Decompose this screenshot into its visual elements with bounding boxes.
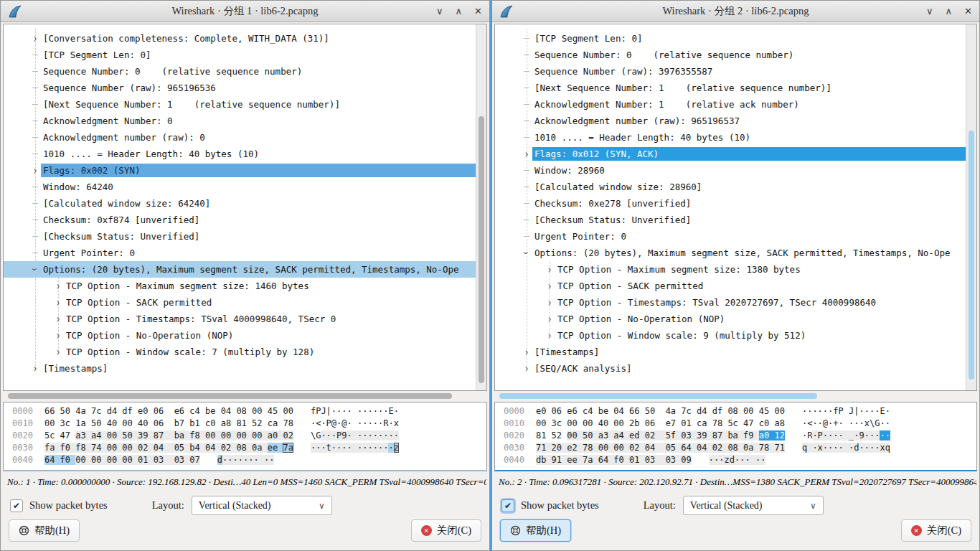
hex-byte[interactable]: 78: [283, 418, 293, 428]
ascii-group-gap[interactable]: [844, 443, 849, 453]
window-close-icon[interactable]: ✕: [474, 6, 482, 16]
help-button[interactable]: 帮助(H): [9, 519, 80, 542]
layout-select[interactable]: Vertical (Stacked) ∨: [683, 496, 824, 515]
hex-byte[interactable]: 00: [613, 418, 629, 428]
ascii-char[interactable]: ·: [326, 430, 331, 441]
hex-byte[interactable]: 00: [613, 443, 629, 453]
hex-byte[interactable]: e6: [567, 406, 583, 416]
ascii-char[interactable]: ·: [839, 430, 844, 441]
packet-bytes-pane[interactable]: 0000e0 06 e6 c4 be 04 66 50 4a 7c d4 df …: [494, 402, 977, 471]
ascii-group-gap[interactable]: [352, 406, 357, 416]
hex-byte[interactable]: 52: [552, 430, 567, 441]
hex-byte[interactable]: 00: [91, 455, 107, 465]
tree-row[interactable]: ›Flags: 0x002 (SYN): [4, 162, 476, 179]
titlebar[interactable]: Wireshark · 分组 2 · lib6-2.pcapng ∨ ∧ ✕: [492, 1, 979, 22]
maximize-icon[interactable]: ∧: [946, 6, 953, 16]
tree-row[interactable]: [Checksum Status: Unverified]: [4, 228, 476, 245]
tree-row[interactable]: ›Options: (20 bytes), Maximum segment si…: [4, 261, 476, 278]
hex-byte[interactable]: 64: [598, 455, 614, 465]
ascii-char[interactable]: ·: [321, 430, 326, 441]
hex-byte[interactable]: e0: [536, 406, 552, 416]
tree-row[interactable]: ›TCP Option - Timestamps: TSval 40009986…: [4, 311, 476, 327]
ascii-char[interactable]: t: [326, 443, 331, 453]
hex-byte[interactable]: 06: [154, 418, 169, 428]
help-button[interactable]: 帮助(H): [500, 519, 571, 542]
hex-byte[interactable]: 71: [536, 443, 552, 453]
hex-byte[interactable]: b7: [174, 418, 190, 428]
hex-byte[interactable]: 04: [154, 443, 169, 453]
hex-byte[interactable]: f9: [743, 430, 759, 441]
tree-row[interactable]: [TCP Segment Len: 0]: [4, 47, 476, 63]
ascii-char[interactable]: ·: [367, 443, 372, 453]
ascii-group-gap[interactable]: [844, 430, 849, 441]
tree-row[interactable]: [Next Sequence Number: 1 (relative seque…: [495, 80, 966, 96]
hex-byte[interactable]: 74: [91, 443, 107, 453]
show-packet-bytes-checkbox[interactable]: ✔: [10, 499, 23, 512]
tree-row[interactable]: [TCP Segment Len: 0]: [495, 30, 966, 47]
ascii-char[interactable]: ·: [331, 443, 336, 453]
hex-byte[interactable]: fa: [44, 443, 60, 453]
hex-byte[interactable]: 03: [666, 455, 682, 465]
hex-byte[interactable]: e0: [138, 406, 154, 416]
layout-select[interactable]: Vertical (Stacked) ∨: [192, 496, 332, 515]
horizontal-scrollbar[interactable]: [495, 392, 976, 400]
hex-byte[interactable]: a3: [75, 430, 91, 441]
ascii-char[interactable]: +: [833, 418, 838, 428]
ascii-char[interactable]: ·: [232, 455, 237, 465]
hex-byte[interactable]: 06: [154, 406, 169, 416]
ascii-char[interactable]: d: [730, 455, 735, 465]
tree-row[interactable]: Urgent Pointer: 0: [495, 228, 966, 245]
hex-byte[interactable]: 00: [536, 418, 552, 428]
hex-byte[interactable]: 08: [727, 443, 743, 453]
ascii-char[interactable]: ·: [388, 418, 393, 428]
ascii-char[interactable]: ·: [839, 418, 844, 428]
ascii-char[interactable]: ·: [864, 406, 870, 416]
hex-group-gap[interactable]: [660, 430, 665, 441]
tree-row[interactable]: ›TCP Option - Maximum segment size: 1380…: [495, 261, 966, 278]
ascii-char[interactable]: ·: [394, 406, 399, 416]
ascii-group-gap[interactable]: [352, 418, 357, 428]
ascii-char[interactable]: ·: [864, 443, 870, 453]
hex-byte[interactable]: 7c: [91, 406, 107, 416]
hex-byte[interactable]: 7c: [681, 406, 697, 416]
hex-byte[interactable]: 01: [138, 455, 154, 465]
tree-row[interactable]: ›TCP Option - No-Operation (NOP): [4, 327, 476, 344]
hex-byte[interactable]: 02: [138, 443, 154, 453]
expander-closed-icon[interactable]: ›: [32, 362, 37, 375]
hex-byte[interactable]: 45: [759, 406, 775, 416]
hex-byte[interactable]: 4a: [666, 406, 682, 416]
ascii-char[interactable]: E: [880, 406, 885, 416]
hex-byte[interactable]: 00: [774, 406, 784, 416]
ascii-char[interactable]: |: [326, 406, 331, 416]
hex-byte[interactable]: 00: [205, 430, 221, 441]
tree-row[interactable]: Sequence Number: 0 (relative sequence nu…: [4, 63, 476, 80]
hex-byte[interactable]: b1: [189, 418, 205, 428]
ascii-char[interactable]: ·: [885, 418, 890, 428]
expander-closed-icon[interactable]: ›: [55, 296, 60, 309]
hex-byte[interactable]: 03: [645, 455, 661, 465]
hex-byte[interactable]: 78: [712, 418, 728, 428]
packet-bytes-pane[interactable]: 000066 50 4a 7c d4 df e0 06 e6 c4 be 04 …: [3, 402, 487, 471]
hex-byte[interactable]: 87: [712, 430, 728, 441]
tree-row[interactable]: 1010 .... = Header Length: 40 bytes (10): [4, 146, 476, 162]
hex-group-gap[interactable]: [660, 455, 665, 465]
hex-byte[interactable]: ba: [174, 430, 190, 441]
tree-row[interactable]: ›[SEQ/ACK analysis]: [495, 360, 966, 377]
hex-byte[interactable]: 00: [107, 430, 123, 441]
expander-closed-icon[interactable]: ›: [55, 345, 60, 359]
ascii-char[interactable]: ·: [373, 418, 378, 428]
hex-byte[interactable]: ca: [268, 418, 283, 428]
ascii-char[interactable]: P: [326, 418, 331, 428]
hex-byte[interactable]: ba: [727, 430, 743, 441]
hex-group-gap[interactable]: [660, 418, 665, 428]
ascii-char[interactable]: f: [833, 406, 838, 416]
ascii-char[interactable]: @: [823, 418, 828, 428]
hex-byte[interactable]: 7a: [583, 455, 598, 465]
ascii-group-gap[interactable]: [844, 406, 849, 416]
hex-byte[interactable]: 03: [174, 455, 190, 465]
ascii-char[interactable]: ·: [388, 443, 393, 453]
ascii-char[interactable]: ·: [885, 430, 890, 441]
hex-byte[interactable]: 00: [583, 418, 598, 428]
hex-byte[interactable]: 02: [221, 443, 237, 453]
tree-row[interactable]: ›TCP Option - No-Operation (NOP): [495, 311, 966, 327]
